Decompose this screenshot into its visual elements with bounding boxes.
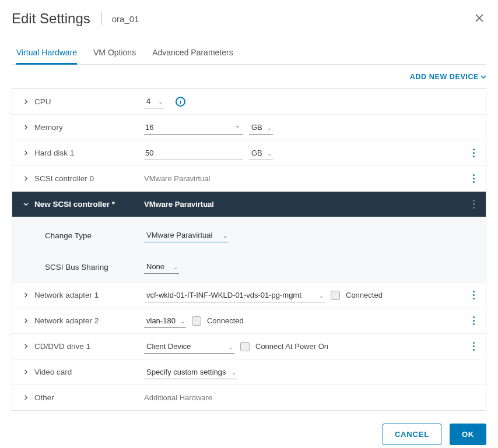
net2-connected-label: Connected <box>207 316 244 325</box>
net2-connected-checkbox[interactable] <box>192 316 201 326</box>
net1-label: Network adapter 1 <box>33 291 144 299</box>
chevron-down-icon[interactable]: ⌄ <box>234 121 241 129</box>
chevron-down-icon: ⌄ <box>319 292 324 299</box>
memory-unit-select[interactable]: GB ⌄ <box>249 121 273 135</box>
expand-toggle-memory[interactable] <box>22 125 30 130</box>
row-other: Other Additional Hardware <box>12 384 486 410</box>
chevron-down-icon: ⌄ <box>158 98 163 105</box>
row-menu-net1[interactable] <box>467 291 480 299</box>
other-value: Additional Hardware <box>144 393 212 402</box>
row-video: Video card Specify custom settings ⌄ <box>12 359 486 384</box>
row-cd: CD/DVD drive 1 Client Device ⌄ Connect A… <box>12 333 486 359</box>
hdd1-unit-select[interactable]: GB ⌄ <box>249 146 273 160</box>
row-new-scsi: New SCSI controller * VMware Paravirtual <box>12 191 486 217</box>
collapse-toggle-new-scsi[interactable] <box>22 202 30 207</box>
cd-label: CD/DVD drive 1 <box>33 342 144 351</box>
tab-advanced-params[interactable]: Advanced Parameters <box>152 42 233 64</box>
row-harddisk1: Hard disk 1 GB ⌄ <box>12 140 486 165</box>
tab-virtual-hardware[interactable]: Virtual Hardware <box>16 42 77 64</box>
net1-network-value: vcf-wkld-01-IT-INF-WKLD-01-vds-01-pg-mgm… <box>146 291 301 299</box>
add-new-device-button[interactable]: ADD NEW DEVICE <box>410 73 486 81</box>
new-scsi-label: New SCSI controller * <box>33 200 144 209</box>
vm-name: ora_01 <box>112 14 139 24</box>
expand-toggle-hdd1[interactable] <box>22 150 30 156</box>
chevron-down-icon: ⌄ <box>267 125 272 131</box>
expand-toggle-cpu[interactable] <box>22 99 30 104</box>
cd-device-select[interactable]: Client Device ⌄ <box>144 340 234 354</box>
net2-label: Network adapter 2 <box>33 316 144 325</box>
cd-device-value: Client Device <box>146 342 191 351</box>
title-separator <box>101 12 101 25</box>
add-new-device-label: ADD NEW DEVICE <box>410 73 479 81</box>
scsi0-label: SCSI controller 0 <box>33 174 144 183</box>
row-cpu: CPU 4 ⌄ i <box>12 89 486 114</box>
row-net1: Network adapter 1 vcf-wkld-01-IT-INF-WKL… <box>12 282 486 308</box>
hardware-panel: CPU 4 ⌄ i Memory ⌄ GB <box>12 88 486 411</box>
expand-toggle-net1[interactable] <box>22 292 30 298</box>
hdd1-label: Hard disk 1 <box>33 149 144 157</box>
video-value: Specify custom settings <box>146 368 226 376</box>
chevron-down-icon: ⌄ <box>229 344 233 350</box>
expand-toggle-net2[interactable] <box>22 318 30 323</box>
row-menu-scsi0[interactable] <box>467 174 480 183</box>
ok-button[interactable]: OK <box>450 424 486 445</box>
row-menu-hdd1[interactable] <box>467 149 480 157</box>
cd-connect-checkbox[interactable] <box>240 342 250 351</box>
chevron-down-icon: ⌄ <box>232 369 236 376</box>
row-new-scsi-body: Change Type VMware Paravirtual ⌄ SCSI Bu… <box>12 217 486 282</box>
hdd1-size-input[interactable] <box>144 146 243 160</box>
change-type-select[interactable]: VMware Paravirtual ⌄ <box>144 228 229 242</box>
row-memory: Memory ⌄ GB ⌄ <box>12 114 486 140</box>
scsi0-value: VMware Paravirtual <box>144 174 210 183</box>
bus-sharing-label: SCSI Bus Sharing <box>45 263 144 271</box>
video-label: Video card <box>33 368 144 376</box>
other-label: Other <box>33 393 144 402</box>
change-type-value: VMware Paravirtual <box>146 231 212 239</box>
hdd1-unit-value: GB <box>251 149 262 157</box>
memory-unit-value: GB <box>251 123 262 132</box>
chevron-down-icon: ⌄ <box>267 150 272 157</box>
cpu-label: CPU <box>33 97 144 106</box>
row-menu-new-scsi[interactable] <box>467 200 480 209</box>
close-icon[interactable] <box>472 10 486 27</box>
bus-sharing-select[interactable]: None ⌄ <box>144 260 179 274</box>
row-scsi0: SCSI controller 0 VMware Paravirtual <box>12 165 486 191</box>
net1-network-select[interactable]: vcf-wkld-01-IT-INF-WKLD-01-vds-01-pg-mgm… <box>144 288 325 302</box>
tab-vm-options[interactable]: VM Options <box>93 42 136 64</box>
expand-toggle-cd[interactable] <box>22 344 30 349</box>
memory-input[interactable] <box>144 121 243 135</box>
chevron-down-icon: ⌄ <box>173 264 178 270</box>
row-menu-cd[interactable] <box>467 342 480 351</box>
video-select[interactable]: Specify custom settings ⌄ <box>144 365 237 379</box>
chevron-down-icon: ⌄ <box>223 232 227 239</box>
row-net2: Network adapter 2 vlan-180 ⌄ Connected <box>12 308 486 333</box>
info-icon[interactable]: i <box>176 97 185 107</box>
expand-toggle-scsi0[interactable] <box>22 176 30 181</box>
cpu-count-value: 4 <box>146 97 150 105</box>
net2-network-select[interactable]: vlan-180 ⌄ <box>144 314 186 328</box>
net1-connected-checkbox[interactable] <box>331 291 340 300</box>
chevron-down-icon: ⌄ <box>180 318 185 324</box>
memory-label: Memory <box>33 123 144 132</box>
chevron-down-icon <box>481 74 486 80</box>
cancel-button[interactable]: CANCEL <box>383 424 441 445</box>
net2-network-value: vlan-180 <box>146 316 176 325</box>
expand-toggle-video[interactable] <box>22 369 30 375</box>
tab-bar: Virtual Hardware VM Options Advanced Par… <box>12 42 486 65</box>
cd-connect-label: Connect At Power On <box>255 342 328 351</box>
bus-sharing-value: None <box>146 262 164 271</box>
dialog-title: Edit Settings <box>12 10 90 27</box>
net1-connected-label: Connected <box>346 291 383 299</box>
change-type-label: Change Type <box>45 231 144 240</box>
row-menu-net2[interactable] <box>467 316 480 325</box>
new-scsi-value: VMware Paravirtual <box>144 200 214 209</box>
cpu-count-select[interactable]: 4 ⌄ <box>144 94 164 108</box>
expand-toggle-other[interactable] <box>22 395 30 400</box>
